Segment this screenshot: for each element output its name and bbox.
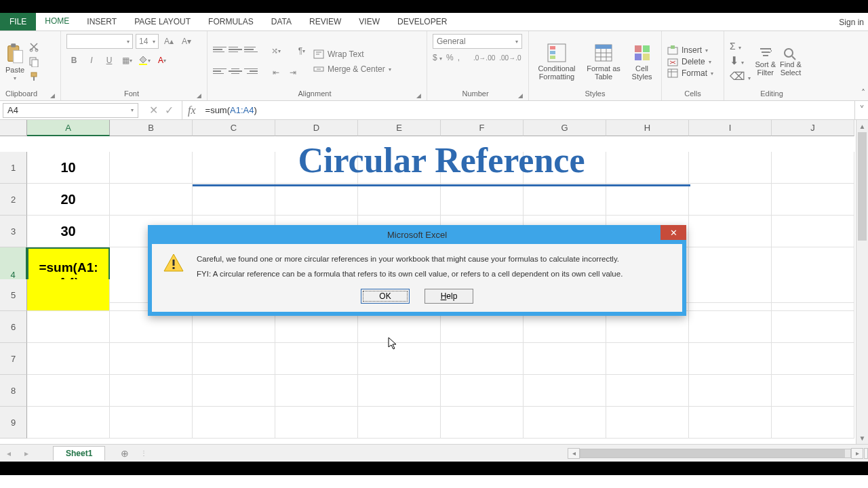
increase-decimal-icon[interactable]: .0→.00 [473,54,495,62]
col-header-A[interactable]: A [27,120,110,136]
cell[interactable] [193,407,275,439]
cell-A5[interactable] [27,279,110,311]
align-bottom-icon[interactable] [244,43,258,56]
italic-button[interactable]: I [84,53,99,68]
cell[interactable] [358,311,441,343]
decrease-decimal-icon[interactable]: .00→.0 [499,54,521,62]
fx-icon[interactable]: fx [182,104,201,117]
paste-button[interactable]: Paste ▾ [5,43,24,81]
cell-A2[interactable]: 20 [27,184,110,216]
font-size-dropdown[interactable]: 14▾ [136,34,159,49]
select-all-corner[interactable] [0,120,27,136]
conditional-formatting-button[interactable]: Conditional Formatting [538,43,575,81]
dialog-close-button[interactable]: ✕ [660,225,686,240]
cell[interactable] [524,375,606,407]
col-header-B[interactable]: B [110,120,193,136]
col-header-E[interactable]: E [358,120,441,136]
align-top-icon[interactable] [213,43,226,56]
tab-insert[interactable]: INSERT [78,13,125,30]
cell[interactable] [358,375,441,407]
cell[interactable] [524,407,606,439]
col-header-C[interactable]: C [193,120,275,136]
formula-bar-input[interactable]: =sum(A1:A4) [201,101,854,119]
dialog-launcher-icon[interactable]: ◢ [518,92,523,99]
fill-color-button[interactable]: ▾ [137,53,152,68]
sheet-tab-sheet1[interactable]: Sheet1 [53,446,105,460]
clear-button[interactable]: ⌫ ▾ [730,70,751,83]
cell[interactable] [689,152,772,184]
cell[interactable] [193,343,275,375]
cell[interactable] [193,375,275,407]
cell[interactable] [110,407,193,439]
cell[interactable] [441,407,524,439]
cell[interactable] [358,184,441,216]
autosum-button[interactable]: Σ ▾ [730,41,751,52]
cell-A1[interactable]: 10 [27,152,110,184]
col-header-I[interactable]: I [689,120,772,136]
cell[interactable] [193,311,275,343]
cell[interactable] [193,184,275,216]
cell[interactable] [441,184,524,216]
row-header-9[interactable]: 9 [0,407,27,439]
increase-indent-icon[interactable]: ⇥ [285,65,300,80]
tab-review[interactable]: REVIEW [300,13,350,30]
cell[interactable] [606,375,689,407]
cell[interactable] [27,375,110,407]
cut-icon[interactable] [28,41,39,52]
cell[interactable] [772,216,854,247]
cell-A3[interactable]: 30 [27,216,110,247]
dialog-launcher-icon[interactable]: ◢ [197,92,201,99]
scroll-up-icon[interactable]: ▲ [856,120,868,132]
cell[interactable] [441,375,524,407]
cell[interactable] [772,311,854,343]
wrap-direction-icon[interactable]: ¶▾ [294,43,309,58]
border-button[interactable]: ▦▾ [119,53,134,68]
cell[interactable] [358,343,441,375]
cancel-formula-icon[interactable]: ✕ [149,104,158,117]
row-header-7[interactable]: 7 [0,343,27,375]
cell[interactable] [689,216,772,247]
cell[interactable] [27,407,110,439]
percent-format-icon[interactable]: % [446,53,454,62]
row-header-1[interactable]: 1 [0,152,27,184]
cell[interactable] [689,184,772,216]
cell-styles-button[interactable]: Cell Styles [632,43,652,81]
dialog-launcher-icon[interactable]: ◢ [416,92,421,99]
collapse-ribbon-icon[interactable]: ˄ [861,88,865,98]
cell[interactable] [524,184,606,216]
cell[interactable] [275,343,358,375]
comma-format-icon[interactable]: , [458,53,460,62]
dialog-titlebar[interactable]: Microsoft Excel ✕ [148,225,686,244]
new-sheet-icon[interactable]: ⊕ [116,448,134,459]
sheet-nav-prev-icon[interactable]: ◂ [0,449,18,458]
cell[interactable] [689,311,772,343]
scroll-thumb[interactable] [580,449,845,458]
sort-filter-button[interactable]: Sort & Filter [755,47,776,77]
cell[interactable] [772,343,854,375]
cell[interactable] [772,184,854,216]
col-header-H[interactable]: H [606,120,689,136]
cell[interactable] [772,279,854,311]
enter-formula-icon[interactable]: ✓ [165,104,174,117]
cell[interactable] [110,152,193,184]
cell[interactable] [772,375,854,407]
cell[interactable] [689,343,772,375]
scroll-track[interactable] [580,449,851,458]
cell[interactable] [689,407,772,439]
copy-icon[interactable] [28,56,39,67]
col-header-D[interactable]: D [275,120,358,136]
cell[interactable] [358,407,441,439]
cell[interactable] [275,311,358,343]
orientation-icon[interactable]: ⤭▾ [269,43,283,58]
tab-page-layout[interactable]: PAGE LAYOUT [125,13,199,30]
tab-view[interactable]: VIEW [350,13,389,30]
horizontal-scrollbar[interactable]: ◂ ▸ [155,448,868,459]
format-as-table-button[interactable]: Format as Table [587,43,620,81]
accounting-format-icon[interactable]: $ ▾ [433,53,442,62]
split-handle[interactable] [864,448,868,459]
cell[interactable] [275,375,358,407]
cell[interactable] [27,311,110,343]
sign-in-link[interactable]: Sign in [839,13,864,31]
bold-button[interactable]: B [66,53,81,68]
align-right-icon[interactable] [244,65,258,77]
